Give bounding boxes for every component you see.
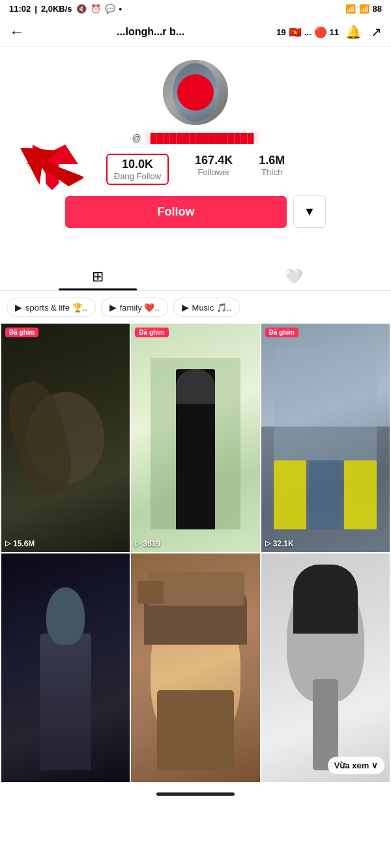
pinned-badge: Đã ghim bbox=[135, 328, 168, 337]
video-cell-6[interactable]: Vừa xem ∨ bbox=[261, 553, 390, 782]
pinned-badge: Đã ghim bbox=[5, 328, 38, 337]
followers-value: 167.4K bbox=[195, 154, 233, 167]
tabs-section: ⊞ 🤍 bbox=[0, 260, 391, 291]
top-nav: ← ...longh...r b... 19 🇻🇳 ... 🔴 11 🔔 ↗ bbox=[0, 18, 391, 47]
status-signal-icon: 📶 bbox=[345, 4, 356, 14]
dot-count: 11 bbox=[330, 27, 339, 37]
view-count-1: ▷ 15.6M bbox=[5, 539, 35, 548]
username-bar: @ ████████████████ bbox=[132, 132, 259, 145]
status-messenger-icon: 💬 bbox=[105, 4, 115, 14]
notif-dot: ... bbox=[304, 27, 311, 37]
likes-label: Thích bbox=[261, 167, 283, 177]
playlist-music[interactable]: ▶ Music 🎵.. bbox=[173, 298, 240, 317]
likes-value: 1.6M bbox=[259, 154, 285, 167]
notification-bell-icon[interactable]: 🔔 bbox=[345, 24, 362, 40]
view-count-3: ▷ 32.1K bbox=[265, 539, 294, 548]
play-icon: ▶ bbox=[109, 302, 117, 313]
stat-likes: 1.6M Thích bbox=[259, 154, 285, 185]
nav-icons: 🔔 ↗ bbox=[345, 24, 382, 40]
chevron-down-icon: ▼ bbox=[304, 205, 315, 219]
followers-label: Follower bbox=[198, 167, 230, 177]
status-right: 📶 📶 88 bbox=[345, 4, 382, 14]
share-icon[interactable]: ↗ bbox=[371, 24, 382, 40]
video-cell-5[interactable] bbox=[131, 553, 259, 782]
stat-following: 10.0K Đang Follow bbox=[106, 154, 169, 185]
notif-count: 19 bbox=[276, 27, 285, 37]
follow-button[interactable]: Follow bbox=[65, 196, 287, 228]
status-network: | bbox=[35, 4, 37, 14]
flag-vn-icon: 🇻🇳 bbox=[289, 26, 302, 38]
playlist-sports-life[interactable]: ▶ sports & life 🏆.. bbox=[7, 298, 96, 317]
following-value: 10.0K bbox=[122, 158, 153, 171]
play-icon: ▶ bbox=[182, 302, 189, 313]
status-left: 11:02 | 2,0KB/s 🔇 ⏰ 💬 • bbox=[9, 4, 122, 14]
video-cell-2[interactable]: Đã ghim ▷ 3619 bbox=[131, 324, 259, 552]
following-label: Đang Follow bbox=[114, 171, 161, 181]
video-cell-4[interactable] bbox=[1, 553, 130, 782]
avatar-blur-circle bbox=[177, 74, 214, 111]
pointing-arrow bbox=[12, 148, 83, 209]
play-small-icon: ▷ bbox=[265, 539, 270, 548]
playlist-label: family ❤️.. bbox=[120, 303, 160, 313]
vua-xem-badge[interactable]: Vừa xem ∨ bbox=[328, 757, 384, 774]
play-small-icon: ▷ bbox=[5, 539, 10, 548]
profile-section: @ ████████████████ 10.0K Đang Follow 167… bbox=[0, 47, 391, 247]
home-indicator bbox=[156, 792, 235, 796]
avatar-image bbox=[163, 60, 228, 125]
status-mute-icon: 🔇 bbox=[76, 4, 87, 14]
action-row: Follow ▼ bbox=[65, 195, 326, 228]
tab-videos[interactable]: ⊞ bbox=[0, 260, 195, 290]
status-bar: 11:02 | 2,0KB/s 🔇 ⏰ 💬 • 📶 📶 88 bbox=[0, 0, 391, 18]
stat-followers: 167.4K Follower bbox=[195, 154, 233, 185]
more-options-button[interactable]: ▼ bbox=[293, 195, 326, 228]
avatar bbox=[163, 60, 228, 125]
pinned-badge: Đã ghim bbox=[265, 328, 298, 337]
at-sign: @ bbox=[132, 133, 141, 143]
svg-marker-3 bbox=[12, 148, 83, 203]
home-bar bbox=[0, 786, 391, 800]
status-wifi-icon: 📶 bbox=[359, 4, 369, 14]
nav-title: ...longh...r b... bbox=[31, 26, 270, 38]
video-grid: Đã ghim ▷ 15.6M Đã ghim ▷ 3619 Đ bbox=[0, 324, 391, 782]
nav-badges: 19 🇻🇳 ... 🔴 11 bbox=[276, 26, 339, 38]
playlist-family[interactable]: ▶ family ❤️.. bbox=[101, 298, 168, 317]
view-count-2: ▷ 3619 bbox=[135, 539, 160, 548]
flag-jp-icon: 🔴 bbox=[314, 26, 327, 38]
playlist-row: ▶ sports & life 🏆.. ▶ family ❤️.. ▶ Musi… bbox=[0, 291, 391, 324]
username-text: ████████████████ bbox=[145, 132, 259, 145]
video-cell-1[interactable]: Đã ghim ▷ 15.6M bbox=[1, 324, 130, 552]
playlist-label: sports & life 🏆.. bbox=[25, 303, 87, 313]
playlist-label: Music 🎵.. bbox=[192, 303, 232, 313]
status-data-speed: 2,0KB/s bbox=[41, 4, 72, 14]
play-small-icon: ▷ bbox=[135, 539, 140, 548]
grid-icon: ⊞ bbox=[92, 268, 104, 285]
status-alarm-icon: ⏰ bbox=[91, 4, 101, 14]
heart-outline-icon: 🤍 bbox=[285, 268, 302, 285]
video-cell-3[interactable]: Đã ghim ▷ 32.1K bbox=[261, 324, 390, 552]
tab-liked[interactable]: 🤍 bbox=[195, 260, 391, 290]
play-icon: ▶ bbox=[15, 302, 22, 313]
status-time: 11:02 bbox=[9, 4, 31, 14]
status-dot: • bbox=[119, 4, 123, 14]
status-battery: 88 bbox=[373, 4, 382, 14]
back-button[interactable]: ← bbox=[9, 23, 25, 41]
